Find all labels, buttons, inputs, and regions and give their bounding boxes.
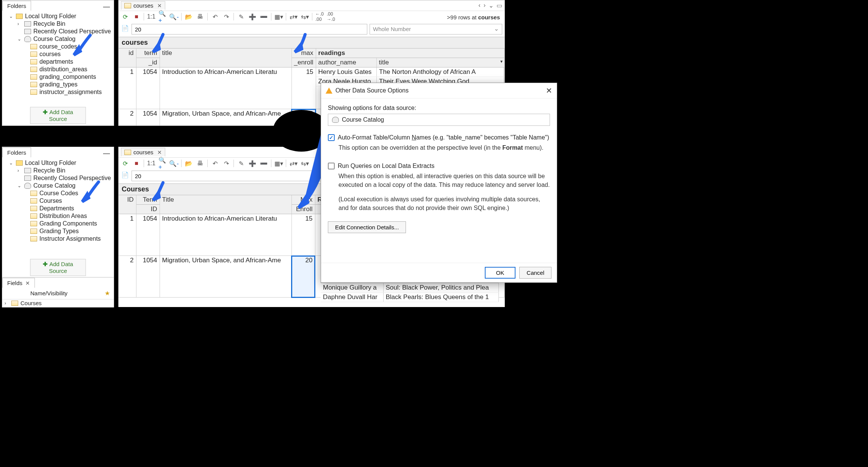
add-row-icon[interactable]: ➕ <box>248 159 257 168</box>
refresh-icon[interactable]: ⟳ <box>121 13 129 21</box>
tree-table-item[interactable]: Distribution Areas <box>2 212 114 220</box>
tree-table-item[interactable]: grading_types <box>2 81 114 88</box>
tab-courses[interactable]: courses ✕ <box>121 148 165 157</box>
folders-tab[interactable]: Folders <box>2 147 31 157</box>
edit-row-icon[interactable]: ✎ <box>237 159 245 168</box>
print-icon[interactable]: 🖶 <box>196 13 204 21</box>
tree-table-item[interactable]: Departments <box>2 205 114 212</box>
local-extracts-label[interactable]: Run Queries on Local Data Extracts <box>338 163 434 169</box>
local-extracts-checkbox[interactable]: ✓ <box>328 163 335 169</box>
zoom-in-icon[interactable]: 🔍+ <box>158 159 167 168</box>
col-term[interactable]: term <box>136 49 160 58</box>
undo-icon[interactable]: ↶ <box>211 159 219 168</box>
col-maxenroll[interactable]: Max <box>291 195 315 205</box>
zoom-out-icon[interactable]: 🔍- <box>170 159 178 168</box>
decimal-right-icon[interactable]: .00→.0 <box>327 13 335 21</box>
decimal-left-icon[interactable]: ←.0.00 <box>315 13 324 21</box>
open-icon[interactable]: 📂 <box>185 13 193 21</box>
relation-icon[interactable]: ⇄▾ <box>289 13 298 21</box>
col-term[interactable]: Term <box>136 195 160 205</box>
col-reading-title[interactable]: title▾ <box>376 58 504 67</box>
add-data-source-button[interactable]: ✚Add Data Source <box>30 107 86 124</box>
minimize-icon[interactable]: — <box>103 3 110 11</box>
layout-icon[interactable]: ▦▾ <box>274 159 283 168</box>
tree-table-item[interactable]: Grading Components <box>2 220 114 227</box>
auto-format-label[interactable]: Auto-Format Table/Column Names (e.g. "ta… <box>338 134 549 141</box>
cancel-button[interactable]: Cancel <box>519 267 552 279</box>
tree-root[interactable]: ⌄Local Ultorg Folder <box>2 13 114 20</box>
fields-column-header[interactable]: Name/Visibility <box>4 290 67 296</box>
tree-table-item[interactable]: Course Codes <box>2 190 114 197</box>
delete-row-icon[interactable]: ➖ <box>260 13 268 21</box>
nav-prev-icon[interactable]: ‹ <box>478 2 480 9</box>
relation2-icon[interactable]: ⇆▾ <box>301 13 309 21</box>
nav-down-icon[interactable]: ⌄ <box>489 2 494 9</box>
tree-table-item[interactable]: course_codes <box>2 43 114 50</box>
tree-table-item[interactable]: Instructor Assignments <box>2 235 114 243</box>
chevron-down-icon[interactable]: ⌄ <box>17 183 22 188</box>
nav-next-icon[interactable]: › <box>484 2 486 9</box>
chevron-down-icon[interactable]: ⌄ <box>17 36 22 42</box>
fields-row[interactable]: › Courses <box>2 299 114 307</box>
tree-table-item[interactable]: grading_components <box>2 73 114 81</box>
close-icon[interactable]: ✕ <box>157 149 162 155</box>
col-maxenroll[interactable]: max <box>291 49 316 58</box>
chevron-right-icon[interactable]: › <box>17 21 22 27</box>
col-title[interactable]: title <box>160 49 291 67</box>
edit-connection-details-button[interactable]: Edit Connection Details... <box>328 221 406 233</box>
apply-icon[interactable]: 📄 <box>121 171 129 179</box>
close-icon[interactable]: ✕ <box>25 280 30 286</box>
ratio-label[interactable]: 1:1 <box>147 13 155 21</box>
chevron-down-icon[interactable]: ⌄ <box>9 160 14 166</box>
col-id[interactable]: id <box>119 49 136 67</box>
tree-recycle[interactable]: ›Recycle Bin <box>2 167 114 174</box>
tree-recent-persp[interactable]: Recently Closed Perspective <box>2 174 114 182</box>
redo-icon[interactable]: ↷ <box>222 159 230 168</box>
tree-table-item[interactable]: courses <box>2 50 114 58</box>
zoom-in-icon[interactable]: 🔍+ <box>158 13 167 21</box>
chevron-down-icon[interactable]: ⌄ <box>9 14 14 19</box>
col-id[interactable]: ID <box>119 195 136 214</box>
relation2-icon[interactable]: ⇆▾ <box>301 159 309 168</box>
tree-recycle[interactable]: ›Recycle Bin <box>2 20 114 28</box>
tree-table-item[interactable]: departments <box>2 58 114 66</box>
delete-row-icon[interactable]: ➖ <box>260 159 268 168</box>
auto-format-checkbox[interactable]: ✓ <box>328 134 335 141</box>
folders-tab[interactable]: Folders <box>2 1 31 11</box>
fields-tab[interactable]: Fields ✕ <box>2 278 35 288</box>
refresh-icon[interactable]: ⟳ <box>121 159 129 168</box>
tree-catalog[interactable]: ⌄Course Catalog <box>2 182 114 190</box>
tree-table-item[interactable]: Grading Types <box>2 227 114 235</box>
stop-icon[interactable]: ■ <box>132 159 141 168</box>
apply-icon[interactable]: 📄 <box>121 24 129 32</box>
zoom-out-icon[interactable]: 🔍- <box>170 13 178 21</box>
tree-catalog[interactable]: ⌄Course Catalog <box>2 35 114 43</box>
grid-root-label[interactable]: courses <box>119 37 505 49</box>
chevron-right-icon[interactable]: › <box>17 168 22 173</box>
add-row-icon[interactable]: ➕ <box>248 13 257 21</box>
ok-button[interactable]: OK <box>485 267 516 279</box>
minimize-icon[interactable]: — <box>103 149 110 157</box>
tab-courses[interactable]: courses ✕ <box>121 1 165 10</box>
col-title[interactable]: Title <box>160 195 291 214</box>
star-icon[interactable]: ★ <box>105 290 110 296</box>
tree-recent-persp[interactable]: Recently Closed Perspective <box>2 28 114 35</box>
layout-icon[interactable]: ▦▾ <box>274 13 283 21</box>
print-icon[interactable]: 🖶 <box>196 159 204 168</box>
tree-table-item[interactable]: Courses <box>2 197 114 205</box>
redo-icon[interactable]: ↷ <box>222 13 230 21</box>
tree-root[interactable]: ⌄Local Ultorg Folder <box>2 159 114 167</box>
col-author[interactable]: author_name <box>316 58 376 67</box>
relation-icon[interactable]: ⇄▾ <box>289 159 298 168</box>
cell-value-input[interactable] <box>132 24 367 34</box>
tree-table-item[interactable]: instructor_assignments <box>2 88 114 96</box>
tree-table-item[interactable]: distribution_areas <box>2 66 114 73</box>
undo-icon[interactable]: ↶ <box>211 13 219 21</box>
stop-icon[interactable]: ■ <box>132 13 141 21</box>
ratio-label[interactable]: 1:1 <box>147 159 155 168</box>
add-data-source-button[interactable]: ✚Add Data Source <box>30 259 86 276</box>
edit-row-icon[interactable]: ✎ <box>237 13 245 21</box>
open-icon[interactable]: 📂 <box>185 159 193 168</box>
type-select[interactable]: Whole Number <box>370 24 502 34</box>
close-icon[interactable]: ✕ <box>546 86 552 95</box>
